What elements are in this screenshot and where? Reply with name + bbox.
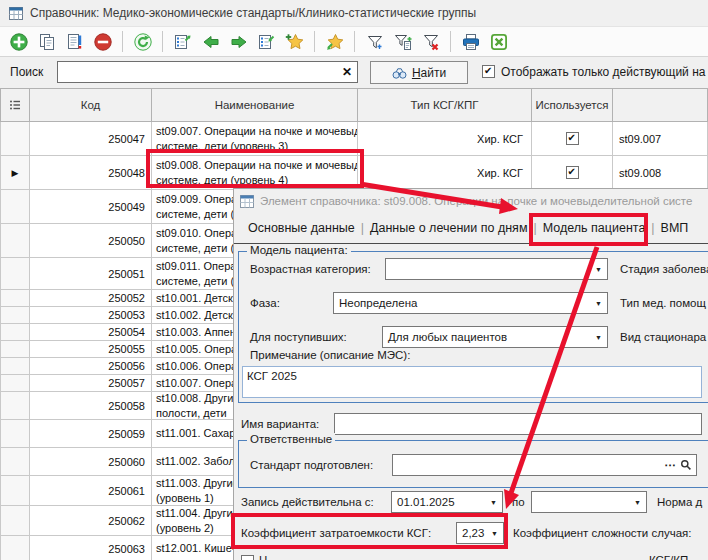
copy-icon (37, 32, 57, 52)
toolbar-separator (314, 31, 315, 52)
phase-select[interactable]: Неопределена (333, 292, 608, 314)
arrow-left-icon (201, 32, 221, 52)
filter-clear-button[interactable] (418, 29, 443, 54)
cell-code: 250047 (30, 122, 152, 156)
cell-code: 250054 (30, 324, 152, 341)
table-row[interactable]: 250047st09.007. Операции на почке и моче… (0, 122, 708, 156)
tab-4[interactable]: ВМП (661, 221, 689, 235)
window-titlebar: Справочник: Медико-экономические стандар… (0, 0, 708, 26)
patient-model-group-label: Модель пациента: (247, 244, 351, 256)
row-selector (0, 122, 30, 156)
search-input[interactable]: ✕ (57, 61, 358, 83)
copy-button[interactable] (34, 29, 59, 54)
row-selector (0, 392, 30, 420)
chevron-down-icon[interactable] (590, 293, 607, 313)
cell-code: 250052 (30, 290, 152, 307)
print-button[interactable] (458, 29, 483, 54)
row-selector (0, 190, 30, 224)
row-selector (0, 341, 30, 358)
delete-icon (93, 32, 113, 52)
row-selector (0, 506, 30, 536)
list-icon (9, 99, 21, 111)
tab-separator: | (361, 221, 364, 235)
search-label: Поиск (10, 65, 43, 79)
add-button[interactable] (6, 29, 31, 54)
column-header-Код[interactable]: Код (30, 88, 152, 122)
filter-button[interactable] (362, 29, 387, 54)
bottom-partial-checkbox[interactable] (241, 555, 254, 560)
magnifier-icon[interactable] (680, 459, 692, 471)
table-row[interactable]: ▶250048st09.008. Операции на почке и моч… (0, 156, 708, 190)
excel-button[interactable] (486, 29, 511, 54)
cell-type: Хир. КСГ (358, 122, 532, 156)
print-icon (461, 32, 481, 52)
star-add-button[interactable] (282, 29, 307, 54)
variant-name-label: Имя варианта: (241, 413, 319, 435)
form-jump-button[interactable] (170, 29, 195, 54)
cell-code: 250062 (30, 506, 152, 536)
form-return-button[interactable] (254, 29, 279, 54)
variant-name-input[interactable] (334, 413, 702, 435)
age-category-label: Возрастная категория: (250, 258, 371, 280)
row-selector (0, 420, 30, 448)
tab-2[interactable]: Данные о лечении по дням (370, 221, 527, 235)
patient-model-group: Модель пациента: Возрастная категория: С… (238, 251, 708, 403)
row-selector (0, 258, 30, 290)
chevron-down-icon[interactable] (590, 259, 607, 279)
row-selector (0, 324, 30, 341)
filter-icon (365, 32, 385, 52)
bottom-partial-left-label: Н (259, 549, 267, 560)
active-on-date-checkbox[interactable] (482, 65, 495, 78)
filter-edit-button[interactable] (390, 29, 415, 54)
age-category-select[interactable] (385, 258, 608, 280)
valid-to-select[interactable] (531, 491, 647, 513)
form-jump-icon (173, 32, 193, 52)
dialog-tabs: Основные данные|Данные о лечении по дням… (248, 217, 688, 239)
row-selector (0, 358, 30, 375)
disease-stage-label: Стадия заболева (620, 258, 708, 280)
valid-to-label: по (512, 491, 525, 513)
add-icon (9, 32, 29, 52)
star-jump-button[interactable] (322, 29, 347, 54)
valid-from-label: Запись действительна с: (241, 491, 374, 513)
chevron-down-icon[interactable] (590, 327, 607, 347)
column-header-Используется[interactable]: Используется (532, 88, 613, 122)
admitted-select[interactable]: Для любых пациентов (382, 326, 608, 348)
chevron-down-icon[interactable] (485, 492, 502, 512)
row-selector (0, 307, 30, 324)
clear-icon[interactable]: ✕ (342, 65, 352, 79)
standard-prepared-input[interactable]: ⋯ (392, 454, 697, 476)
column-header-blank-5[interactable] (613, 88, 708, 122)
note-textarea[interactable]: КСГ 2025 (242, 366, 702, 398)
bottom-partial-right-label: КСГ/КП (649, 549, 688, 560)
responsible-group: Ответственные Стандарт подготовлен: ⋯ (238, 440, 708, 488)
cell-code: 250058 (30, 392, 152, 420)
column-header-Тип КСГ/КПГ[interactable]: Тип КСГ/КПГ (358, 88, 532, 122)
used-checkbox[interactable] (566, 166, 579, 179)
arrow-left-button[interactable] (198, 29, 223, 54)
cell-code: 250050 (30, 224, 152, 258)
used-checkbox[interactable] (566, 132, 579, 145)
column-header-blank-0[interactable] (0, 88, 30, 122)
chevron-down-icon[interactable] (629, 492, 646, 512)
tab-3[interactable]: Модель пациента (543, 221, 646, 235)
responsible-group-label: Ответственные (247, 433, 335, 445)
valid-from-select[interactable]: 01.01.2025 (391, 491, 503, 513)
edit-button[interactable] (62, 29, 87, 54)
tab-1[interactable]: Основные данные (248, 221, 355, 235)
toolbar-separator (450, 31, 451, 52)
cell-code: 250060 (30, 448, 152, 476)
row-selector (0, 375, 30, 392)
ellipsis-button[interactable]: ⋯ (661, 458, 681, 472)
cost-coefficient-select[interactable]: 2,23 (456, 522, 504, 544)
column-header-Наименование[interactable]: Наименование (152, 88, 358, 122)
row-selector (0, 224, 30, 258)
cell-ksg: st09.007 (613, 122, 708, 156)
chevron-down-icon[interactable] (486, 523, 503, 543)
arrow-right-button[interactable] (226, 29, 251, 54)
tab-separator: | (533, 221, 536, 235)
refresh-button[interactable] (130, 29, 155, 54)
delete-button[interactable] (90, 29, 115, 54)
find-button[interactable]: Найти (370, 61, 468, 84)
star-jump-icon (325, 32, 345, 52)
